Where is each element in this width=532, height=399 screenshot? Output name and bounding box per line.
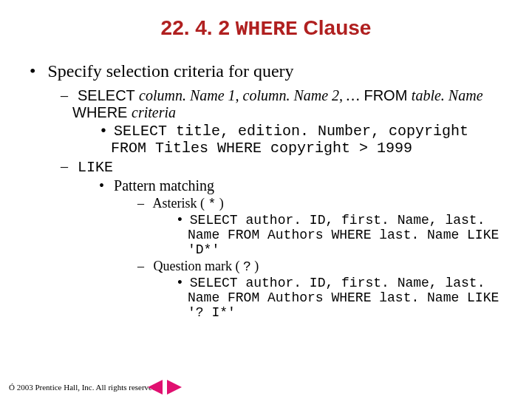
slide: 22. 4. 2 WHERE Clause Specify selection … [0,0,532,399]
bullet-1-text: Specify selection criteria for query [47,61,293,81]
criteria-placeholder: criteria [132,104,176,120]
qm-pre: Question mark ( [154,259,243,273]
bullet-1: Specify selection criteria for query SEL… [30,61,510,320]
copyright-text: 2003 Prentice Hall, Inc. All rights rese… [15,383,158,392]
cols-placeholder: column. Name 1, column. Name 2, … [139,87,360,103]
pattern-matching-label: Pattern matching [114,177,214,194]
kw-like: LIKE [78,159,113,176]
nav-arrows [146,380,183,395]
tbl-placeholder: table. Name [412,87,483,103]
arrow-left-icon [146,380,163,395]
prev-button[interactable] [146,380,163,395]
title-number: 22. 4. 2 [161,16,236,39]
sublist-1: SELECT column. Name 1, column. Name 2, …… [61,87,510,320]
example-list-1: SELECT title, edition. Number, copyright… [99,123,510,157]
example-1: SELECT title, edition. Number, copyright… [99,123,510,157]
asterisk-symbol: * [208,197,216,211]
kw-where: WHERE [72,104,132,120]
pattern-matching: Pattern matching Asterisk ( * ) SELECT a… [99,177,510,320]
example-3: SELECT author. ID, first. Name, last. Na… [176,276,510,320]
bullet-list: Specify selection criteria for query SEL… [30,61,510,320]
select-syntax: SELECT column. Name 1, column. Name 2, …… [61,87,510,157]
like-item: LIKE Pattern matching Asterisk ( * ) SEL… [61,158,510,320]
pattern-sublist: Asterisk ( * ) SELECT author. ID, first.… [137,196,510,320]
svg-marker-0 [148,380,163,395]
example-2: SELECT author. ID, first. Name, last. Na… [176,213,510,257]
footer: Ó 2003 Prentice Hall, Inc. All rights re… [9,383,158,392]
qm-symbol: ? [243,259,251,274]
slide-title: 22. 4. 2 WHERE Clause [0,16,532,41]
kw-select: SELECT [78,87,139,103]
asterisk-example: SELECT author. ID, first. Name, last. Na… [176,213,510,257]
qm-example: SELECT author. ID, first. Name, last. Na… [176,276,510,320]
arrow-right-icon [167,380,183,395]
asterisk-item: Asterisk ( * ) SELECT author. ID, first.… [137,196,510,257]
question-mark-item: Question mark ( ? ) SELECT author. ID, f… [137,259,510,320]
title-rest: Clause [298,16,372,39]
next-button[interactable] [167,380,183,395]
copyright-symbol: Ó [9,383,15,392]
kw-from: FROM [360,87,412,103]
svg-marker-1 [167,380,182,395]
like-sublist: Pattern matching Asterisk ( * ) SELECT a… [99,177,510,320]
asterisk-pre: Asterisk ( [153,196,208,211]
title-keyword: WHERE [236,18,298,41]
asterisk-post: ) [216,196,224,211]
qm-post: ) [251,259,259,273]
